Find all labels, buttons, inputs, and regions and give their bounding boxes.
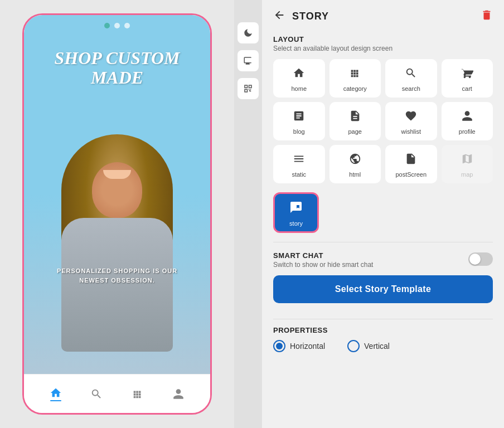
qrcode-icon-btn[interactable] xyxy=(238,78,259,99)
layout-grid: home category search cart xyxy=(273,59,493,183)
layout-item-html[interactable]: html xyxy=(329,145,381,183)
cart-label: cart xyxy=(462,85,472,92)
sidebar-strip xyxy=(234,0,262,428)
search-label: search xyxy=(402,85,420,92)
hero-title: SHOP CUSTOM MADE xyxy=(41,48,193,87)
left-panel: SHOP CUSTOM MADE PERSONALIZED SHOPPING I… xyxy=(0,0,234,428)
nav-home[interactable] xyxy=(50,387,62,401)
wishlist-icon xyxy=(405,110,417,125)
home-icon xyxy=(293,67,305,82)
layout-item-blog[interactable]: blog xyxy=(273,102,325,140)
right-panel: STORY LAYOUT Select an available layout … xyxy=(234,0,504,428)
nav-category[interactable] xyxy=(132,388,144,400)
layout-item-static[interactable]: static xyxy=(273,145,325,183)
subtext-content: PERSONALIZED SHOPPING IS OURNEWEST OBSES… xyxy=(46,266,188,285)
properties-section: PROPERTIESS Horizontal Vertical xyxy=(273,326,493,352)
story-item-row: story xyxy=(273,192,493,233)
home-label: home xyxy=(291,85,307,92)
category-label: category xyxy=(343,85,367,92)
panel-title: STORY xyxy=(292,11,329,22)
moon-icon-btn[interactable] xyxy=(238,22,259,43)
html-icon xyxy=(349,153,361,168)
back-button[interactable] xyxy=(273,9,285,24)
delete-button[interactable] xyxy=(481,9,493,24)
dot-1 xyxy=(104,23,110,28)
toggle-knob xyxy=(469,254,481,265)
map-label: map xyxy=(461,171,473,178)
phone-navbar xyxy=(24,374,210,413)
blog-label: blog xyxy=(293,128,305,135)
map-icon xyxy=(461,153,473,168)
layout-item-search[interactable]: search xyxy=(385,59,437,98)
divider-1 xyxy=(273,242,493,242)
radio-row: Horizontal Vertical xyxy=(273,340,493,352)
layout-item-map[interactable]: map xyxy=(442,145,493,183)
page-icon xyxy=(349,110,361,125)
dot-2 xyxy=(114,23,120,28)
profile-layout-icon xyxy=(461,110,473,125)
html-label: html xyxy=(349,171,361,178)
layout-item-category[interactable]: category xyxy=(329,59,381,98)
smart-chat-toggle[interactable] xyxy=(468,252,493,266)
nav-profile[interactable] xyxy=(172,388,185,400)
static-label: static xyxy=(292,171,306,178)
layout-item-home[interactable]: home xyxy=(273,59,325,98)
page-label: page xyxy=(348,128,362,135)
nav-search[interactable] xyxy=(90,388,103,400)
layout-item-postscreen[interactable]: postScreen xyxy=(385,145,437,183)
postscreen-label: postScreen xyxy=(395,171,427,178)
radio-horizontal[interactable]: Horizontal xyxy=(273,340,325,352)
radio-vertical[interactable]: Vertical xyxy=(347,340,390,352)
radio-horizontal-circle xyxy=(273,340,285,352)
monitor-icon-btn[interactable] xyxy=(238,50,259,71)
model-area xyxy=(24,123,210,374)
phone-dots xyxy=(104,23,130,28)
properties-label: PROPERTIESS xyxy=(273,326,493,334)
layout-item-cart[interactable]: cart xyxy=(442,59,493,98)
smart-chat-label: SMART CHAT xyxy=(273,251,373,260)
postscreen-icon xyxy=(405,153,417,168)
layout-section-desc: Select an available layout design screen xyxy=(273,45,493,52)
profile-label: profile xyxy=(459,128,476,135)
subtext-block: PERSONALIZED SHOPPING IS OURNEWEST OBSES… xyxy=(24,266,210,285)
blog-icon xyxy=(293,110,305,125)
cart-icon xyxy=(461,67,473,82)
radio-horizontal-label: Horizontal xyxy=(290,342,325,351)
story-label: story xyxy=(289,220,303,227)
smart-chat-desc: Switch to show or hide smart chat xyxy=(273,261,373,269)
smart-chat-row: SMART CHAT Switch to show or hide smart … xyxy=(273,249,493,269)
hero-text-block: SHOP CUSTOM MADE xyxy=(24,48,210,87)
layout-item-profile[interactable]: profile xyxy=(442,102,493,140)
wishlist-label: wishlist xyxy=(401,128,421,135)
smart-chat-info: SMART CHAT Switch to show or hide smart … xyxy=(273,251,373,269)
dot-3 xyxy=(124,23,130,28)
panel-header: STORY xyxy=(273,9,493,24)
layout-item-page[interactable]: page xyxy=(329,102,381,140)
phone-frame: SHOP CUSTOM MADE PERSONALIZED SHOPPING I… xyxy=(22,13,212,415)
select-template-button[interactable]: Select Story Template xyxy=(273,275,493,303)
phone-screen: SHOP CUSTOM MADE PERSONALIZED SHOPPING I… xyxy=(24,15,210,374)
category-icon xyxy=(349,67,361,82)
story-icon xyxy=(289,201,303,217)
model-body xyxy=(61,218,173,352)
static-icon xyxy=(293,153,305,168)
header-left: STORY xyxy=(273,9,329,24)
layout-item-story[interactable]: story xyxy=(273,192,319,233)
main-content: STORY LAYOUT Select an available layout … xyxy=(262,0,504,428)
layout-item-wishlist[interactable]: wishlist xyxy=(385,102,437,140)
divider-2 xyxy=(273,319,493,319)
layout-section-label: LAYOUT xyxy=(273,35,493,43)
radio-vertical-label: Vertical xyxy=(364,342,390,351)
search-icon xyxy=(405,67,417,82)
radio-vertical-circle xyxy=(347,340,360,352)
